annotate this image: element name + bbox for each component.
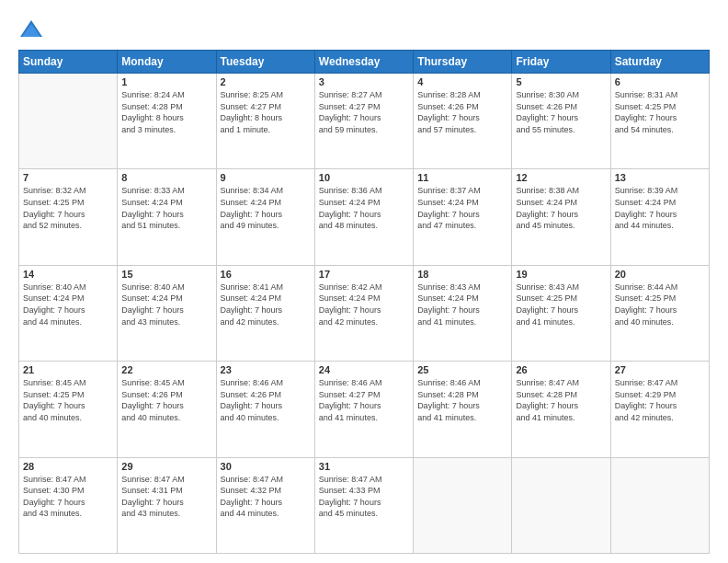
calendar-cell: 14Sunrise: 8:40 AMSunset: 4:24 PMDayligh… bbox=[19, 265, 118, 361]
day-info: Sunrise: 8:46 AMSunset: 4:27 PMDaylight:… bbox=[319, 377, 409, 423]
day-info: Sunrise: 8:28 AMSunset: 4:26 PMDaylight:… bbox=[417, 89, 507, 135]
day-info: Sunrise: 8:40 AMSunset: 4:24 PMDaylight:… bbox=[121, 282, 211, 327]
day-number: 26 bbox=[516, 364, 606, 375]
day-info: Sunrise: 8:46 AMSunset: 4:26 PMDaylight:… bbox=[221, 377, 311, 423]
calendar-cell: 30Sunrise: 8:47 AMSunset: 4:32 PMDayligh… bbox=[216, 457, 314, 553]
page: SundayMondayTuesdayWednesdayThursdayFrid… bbox=[0, 0, 728, 563]
calendar-cell bbox=[512, 457, 610, 553]
day-number: 22 bbox=[121, 364, 211, 375]
day-info: Sunrise: 8:30 AMSunset: 4:26 PMDaylight:… bbox=[516, 89, 606, 135]
calendar-cell bbox=[19, 74, 118, 169]
day-number: 3 bbox=[319, 76, 409, 87]
day-number: 27 bbox=[615, 364, 705, 375]
day-info: Sunrise: 8:46 AMSunset: 4:28 PMDaylight:… bbox=[417, 377, 507, 423]
day-info: Sunrise: 8:42 AMSunset: 4:24 PMDaylight:… bbox=[319, 282, 409, 327]
calendar-cell: 18Sunrise: 8:43 AMSunset: 4:24 PMDayligh… bbox=[414, 265, 512, 361]
day-number: 14 bbox=[23, 269, 113, 280]
calendar-cell: 7Sunrise: 8:32 AMSunset: 4:25 PMDaylight… bbox=[19, 169, 118, 265]
day-number: 30 bbox=[221, 461, 311, 472]
day-info: Sunrise: 8:40 AMSunset: 4:24 PMDaylight:… bbox=[23, 282, 113, 327]
day-info: Sunrise: 8:36 AMSunset: 4:24 PMDaylight:… bbox=[319, 185, 409, 231]
day-number: 10 bbox=[319, 172, 409, 183]
weekday-header-friday: Friday bbox=[512, 51, 610, 74]
weekday-header-monday: Monday bbox=[118, 51, 216, 74]
calendar-cell: 12Sunrise: 8:38 AMSunset: 4:24 PMDayligh… bbox=[512, 169, 610, 265]
weekday-header-sunday: Sunday bbox=[19, 51, 118, 74]
day-number: 6 bbox=[615, 76, 705, 87]
calendar-cell: 8Sunrise: 8:33 AMSunset: 4:24 PMDaylight… bbox=[118, 169, 216, 265]
calendar-cell: 26Sunrise: 8:47 AMSunset: 4:28 PMDayligh… bbox=[512, 362, 610, 457]
calendar-cell: 13Sunrise: 8:39 AMSunset: 4:24 PMDayligh… bbox=[610, 169, 709, 265]
day-info: Sunrise: 8:47 AMSunset: 4:31 PMDaylight:… bbox=[121, 474, 211, 520]
calendar-cell: 3Sunrise: 8:27 AMSunset: 4:27 PMDaylight… bbox=[314, 74, 413, 169]
calendar-cell: 19Sunrise: 8:43 AMSunset: 4:25 PMDayligh… bbox=[512, 265, 610, 361]
day-info: Sunrise: 8:45 AMSunset: 4:26 PMDaylight:… bbox=[121, 377, 211, 423]
day-info: Sunrise: 8:41 AMSunset: 4:24 PMDaylight:… bbox=[221, 282, 311, 327]
calendar-cell: 11Sunrise: 8:37 AMSunset: 4:24 PMDayligh… bbox=[414, 169, 512, 265]
day-number: 23 bbox=[221, 364, 311, 375]
day-info: Sunrise: 8:39 AMSunset: 4:24 PMDaylight:… bbox=[615, 185, 705, 231]
calendar-cell bbox=[414, 457, 512, 553]
calendar-cell: 4Sunrise: 8:28 AMSunset: 4:26 PMDaylight… bbox=[414, 74, 512, 169]
day-number: 2 bbox=[221, 76, 311, 87]
day-info: Sunrise: 8:43 AMSunset: 4:25 PMDaylight:… bbox=[516, 282, 606, 327]
day-info: Sunrise: 8:27 AMSunset: 4:27 PMDaylight:… bbox=[319, 89, 409, 135]
day-number: 8 bbox=[121, 172, 211, 183]
day-info: Sunrise: 8:47 AMSunset: 4:30 PMDaylight:… bbox=[23, 474, 113, 520]
calendar-cell: 25Sunrise: 8:46 AMSunset: 4:28 PMDayligh… bbox=[414, 362, 512, 457]
header bbox=[18, 17, 710, 42]
calendar-cell: 21Sunrise: 8:45 AMSunset: 4:25 PMDayligh… bbox=[19, 362, 118, 457]
day-number: 12 bbox=[516, 172, 606, 183]
day-number: 4 bbox=[417, 76, 507, 87]
day-info: Sunrise: 8:31 AMSunset: 4:25 PMDaylight:… bbox=[615, 89, 705, 135]
day-info: Sunrise: 8:43 AMSunset: 4:24 PMDaylight:… bbox=[417, 282, 507, 327]
calendar-cell: 9Sunrise: 8:34 AMSunset: 4:24 PMDaylight… bbox=[216, 169, 314, 265]
calendar-cell: 24Sunrise: 8:46 AMSunset: 4:27 PMDayligh… bbox=[314, 362, 413, 457]
calendar-cell: 23Sunrise: 8:46 AMSunset: 4:26 PMDayligh… bbox=[216, 362, 314, 457]
day-info: Sunrise: 8:38 AMSunset: 4:24 PMDaylight:… bbox=[516, 185, 606, 231]
logo bbox=[18, 17, 48, 42]
day-number: 31 bbox=[319, 461, 409, 472]
day-number: 9 bbox=[221, 172, 311, 183]
day-number: 20 bbox=[615, 269, 705, 280]
day-info: Sunrise: 8:32 AMSunset: 4:25 PMDaylight:… bbox=[23, 185, 113, 231]
calendar-cell: 17Sunrise: 8:42 AMSunset: 4:24 PMDayligh… bbox=[314, 265, 413, 361]
calendar-cell: 31Sunrise: 8:47 AMSunset: 4:33 PMDayligh… bbox=[314, 457, 413, 553]
day-number: 17 bbox=[319, 269, 409, 280]
calendar-cell: 16Sunrise: 8:41 AMSunset: 4:24 PMDayligh… bbox=[216, 265, 314, 361]
day-number: 18 bbox=[417, 269, 507, 280]
logo-icon bbox=[18, 17, 44, 42]
calendar-cell: 28Sunrise: 8:47 AMSunset: 4:30 PMDayligh… bbox=[19, 457, 118, 553]
day-info: Sunrise: 8:44 AMSunset: 4:25 PMDaylight:… bbox=[615, 282, 705, 327]
calendar-cell: 15Sunrise: 8:40 AMSunset: 4:24 PMDayligh… bbox=[118, 265, 216, 361]
calendar-cell: 22Sunrise: 8:45 AMSunset: 4:26 PMDayligh… bbox=[118, 362, 216, 457]
day-number: 15 bbox=[121, 269, 211, 280]
calendar: SundayMondayTuesdayWednesdayThursdayFrid… bbox=[18, 50, 710, 554]
day-info: Sunrise: 8:47 AMSunset: 4:32 PMDaylight:… bbox=[221, 474, 311, 520]
day-info: Sunrise: 8:47 AMSunset: 4:33 PMDaylight:… bbox=[319, 474, 409, 520]
day-number: 16 bbox=[221, 269, 311, 280]
day-number: 21 bbox=[23, 364, 113, 375]
day-number: 1 bbox=[121, 76, 211, 87]
day-number: 11 bbox=[417, 172, 507, 183]
day-info: Sunrise: 8:47 AMSunset: 4:28 PMDaylight:… bbox=[516, 377, 606, 423]
weekday-header-wednesday: Wednesday bbox=[314, 51, 413, 74]
calendar-cell: 27Sunrise: 8:47 AMSunset: 4:29 PMDayligh… bbox=[610, 362, 709, 457]
calendar-cell: 10Sunrise: 8:36 AMSunset: 4:24 PMDayligh… bbox=[314, 169, 413, 265]
day-number: 25 bbox=[417, 364, 507, 375]
calendar-cell: 20Sunrise: 8:44 AMSunset: 4:25 PMDayligh… bbox=[610, 265, 709, 361]
calendar-cell bbox=[610, 457, 709, 553]
day-number: 7 bbox=[23, 172, 113, 183]
day-number: 29 bbox=[121, 461, 211, 472]
day-info: Sunrise: 8:33 AMSunset: 4:24 PMDaylight:… bbox=[121, 185, 211, 231]
calendar-cell: 5Sunrise: 8:30 AMSunset: 4:26 PMDaylight… bbox=[512, 74, 610, 169]
calendar-cell: 29Sunrise: 8:47 AMSunset: 4:31 PMDayligh… bbox=[118, 457, 216, 553]
day-info: Sunrise: 8:37 AMSunset: 4:24 PMDaylight:… bbox=[417, 185, 507, 231]
day-info: Sunrise: 8:24 AMSunset: 4:28 PMDaylight:… bbox=[121, 89, 211, 135]
calendar-cell: 1Sunrise: 8:24 AMSunset: 4:28 PMDaylight… bbox=[118, 74, 216, 169]
day-info: Sunrise: 8:34 AMSunset: 4:24 PMDaylight:… bbox=[221, 185, 311, 231]
day-number: 5 bbox=[516, 76, 606, 87]
day-info: Sunrise: 8:47 AMSunset: 4:29 PMDaylight:… bbox=[615, 377, 705, 423]
day-info: Sunrise: 8:45 AMSunset: 4:25 PMDaylight:… bbox=[23, 377, 113, 423]
weekday-header-saturday: Saturday bbox=[610, 51, 709, 74]
